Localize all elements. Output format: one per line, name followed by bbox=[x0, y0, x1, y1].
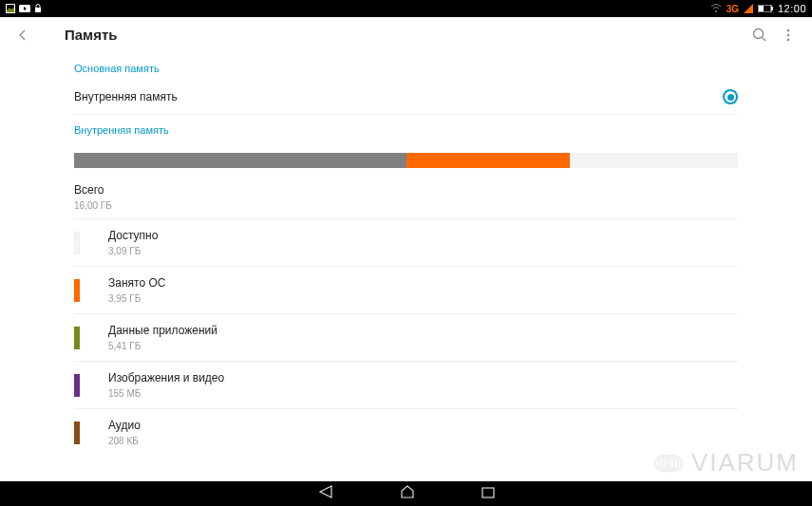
svg-rect-7 bbox=[759, 6, 764, 11]
storage-item-value: 5,41 ГБ bbox=[108, 341, 217, 351]
storage-item-label: Доступно bbox=[108, 229, 158, 242]
color-swatch bbox=[74, 327, 80, 349]
storage-item-row[interactable]: Доступно3,09 ГБ bbox=[74, 219, 738, 267]
storage-breakdown-list: Доступно3,09 ГБЗанято ОС3,95 ГБДанные пр… bbox=[74, 219, 738, 456]
storage-total-label: Всего bbox=[74, 183, 738, 197]
storage-item-value: 155 МБ bbox=[108, 388, 224, 399]
svg-point-13 bbox=[655, 456, 670, 471]
svg-rect-6 bbox=[771, 7, 773, 10]
storage-usage-bar bbox=[74, 153, 738, 168]
section-heading-main-memory: Основная память bbox=[74, 53, 738, 80]
svg-rect-15 bbox=[482, 488, 494, 497]
status-bar: 3G 12:00 bbox=[0, 0, 812, 17]
color-swatch bbox=[74, 232, 80, 254]
nav-home-button[interactable] bbox=[400, 485, 415, 502]
storage-item-value: 3,95 ГБ bbox=[108, 293, 165, 304]
svg-point-12 bbox=[787, 38, 790, 41]
storage-total-row[interactable]: Всего 16,00 ГБ bbox=[74, 174, 738, 219]
storage-item-row[interactable]: Изображения и видео155 МБ bbox=[74, 362, 738, 409]
nav-recent-button[interactable] bbox=[482, 485, 495, 502]
storage-item-label: Изображения и видео bbox=[108, 371, 224, 384]
back-button[interactable] bbox=[9, 28, 36, 42]
network-type-label: 3G bbox=[727, 4, 739, 14]
gallery-icon bbox=[6, 4, 15, 13]
wifi-icon bbox=[710, 4, 722, 13]
row-internal-memory[interactable]: Внутренняя память bbox=[74, 80, 738, 115]
navigation-bar bbox=[0, 481, 812, 506]
battery-icon bbox=[758, 5, 773, 12]
storage-segment-free bbox=[570, 153, 738, 168]
svg-rect-3 bbox=[35, 8, 41, 12]
search-button[interactable] bbox=[746, 28, 774, 43]
settings-content: Основная память Внутренняя память Внутре… bbox=[0, 53, 812, 456]
svg-point-10 bbox=[787, 28, 790, 31]
overflow-menu-button[interactable] bbox=[774, 28, 803, 42]
svg-line-9 bbox=[763, 37, 766, 41]
page-title: Память bbox=[65, 27, 118, 43]
signal-icon bbox=[744, 4, 753, 13]
youtube-icon bbox=[19, 5, 30, 12]
storage-segment-used_gray bbox=[74, 153, 406, 168]
svg-point-8 bbox=[754, 28, 764, 38]
storage-item-label: Занято ОС bbox=[108, 276, 165, 290]
color-swatch bbox=[74, 422, 80, 444]
storage-item-row[interactable]: Аудио208 КБ bbox=[74, 409, 738, 456]
clock-label: 12:00 bbox=[778, 3, 806, 14]
color-swatch bbox=[74, 374, 80, 397]
nav-back-button[interactable] bbox=[318, 485, 333, 502]
storage-item-row[interactable]: Данные приложений5,41 ГБ bbox=[74, 314, 738, 362]
section-heading-internal: Внутренняя память bbox=[74, 115, 738, 141]
radio-selected-icon[interactable] bbox=[723, 89, 738, 104]
svg-point-11 bbox=[787, 33, 790, 36]
svg-point-4 bbox=[715, 10, 717, 12]
storage-item-label: Данные приложений bbox=[108, 324, 217, 337]
storage-segment-used_orange bbox=[406, 153, 571, 168]
storage-item-label: Аудио bbox=[108, 419, 141, 432]
lock-icon bbox=[34, 4, 42, 13]
storage-item-row[interactable]: Занято ОС3,95 ГБ bbox=[74, 267, 738, 314]
row-internal-memory-label: Внутренняя память bbox=[74, 90, 723, 103]
storage-total-value: 16,00 ГБ bbox=[74, 200, 738, 211]
action-bar: Память bbox=[0, 17, 812, 53]
storage-item-value: 208 КБ bbox=[108, 436, 141, 446]
color-swatch bbox=[74, 279, 80, 302]
storage-item-value: 3,09 ГБ bbox=[108, 246, 158, 256]
svg-point-14 bbox=[667, 456, 682, 471]
